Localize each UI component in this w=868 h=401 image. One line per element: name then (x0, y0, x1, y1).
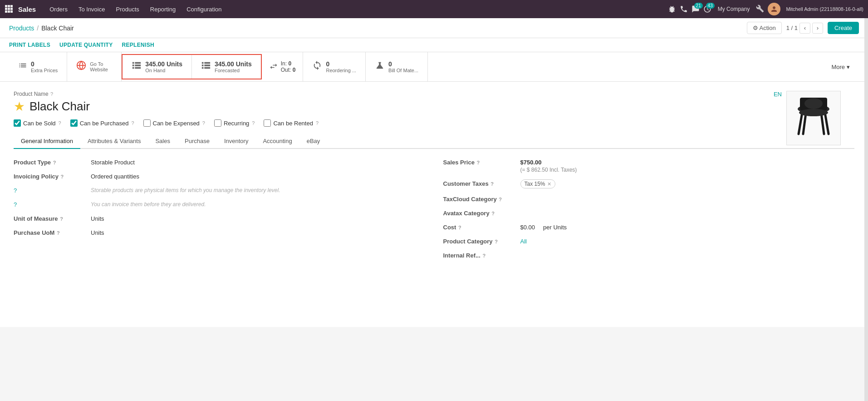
favorite-star-icon[interactable]: ★ (14, 99, 25, 114)
forecasted-button[interactable]: 345.00 Units Forecasted (191, 55, 261, 79)
can-be-expensed-help[interactable]: ? (202, 120, 205, 126)
extra-prices-label: Extra Prices (31, 68, 58, 73)
bom-button[interactable]: 0 Bill Of Mate... (366, 52, 428, 81)
cost-help[interactable]: ? (458, 225, 461, 230)
svg-line-14 (825, 113, 829, 134)
nav-reporting[interactable]: Reporting (146, 4, 180, 15)
go-to-website-button[interactable]: Go ToWebsite (67, 52, 122, 81)
chat-icon[interactable]: 21 (691, 5, 700, 13)
nav-toinvoice[interactable]: To Invoice (74, 4, 110, 15)
uom-help[interactable]: ? (60, 216, 63, 222)
internal-ref-help[interactable]: ? (482, 253, 485, 258)
next-page-button[interactable]: › (812, 23, 823, 34)
product-type-help[interactable]: ? (53, 160, 56, 165)
breadcrumb: Products / Black Chair (9, 25, 74, 32)
grid-icon[interactable] (5, 5, 13, 14)
can-be-sold-checkbox[interactable] (14, 119, 21, 127)
language-badge-area: EN (774, 91, 782, 98)
nav-products[interactable]: Products (111, 4, 143, 15)
product-title: ★ Black Chair (14, 99, 854, 114)
on-hand-label: On Hand (145, 68, 182, 73)
sales-price-value: $750.00 (520, 158, 577, 166)
extra-prices-num: 0 (31, 60, 58, 68)
chat-badge: 21 (694, 3, 703, 9)
tab-ebay[interactable]: eBay (299, 134, 328, 149)
customer-taxes-help[interactable]: ? (490, 181, 494, 187)
note1-text: Storable products are physical items for… (91, 186, 280, 193)
pagination: 1 / 1 ‹ › (786, 23, 823, 34)
tax-remove-button[interactable]: ✕ (547, 181, 551, 187)
action-button[interactable]: ⚙ Action (747, 22, 782, 34)
user-name: Mitchell Admin (22118808-16-0-all) (786, 6, 863, 12)
tax-badge[interactable]: Tax 15% ✕ (520, 179, 555, 188)
clock-icon[interactable]: 43 (703, 5, 711, 13)
can-be-sold-help[interactable]: ? (59, 120, 61, 126)
nav-configuration[interactable]: Configuration (182, 4, 226, 15)
can-be-rented-help[interactable]: ? (316, 120, 319, 126)
purchase-uom-field: Purchase UoM ? Units (14, 228, 425, 236)
cost-per-units: per Units (543, 223, 567, 231)
svg-rect-0 (5, 5, 7, 7)
can-be-purchased-help[interactable]: ? (131, 120, 134, 126)
tab-accounting[interactable]: Accounting (255, 134, 299, 149)
tab-attributes-variants[interactable]: Attributes & Variants (80, 134, 148, 149)
product-content-area: Product Name ? EN (14, 91, 854, 318)
phone-icon[interactable] (680, 5, 688, 13)
svg-rect-7 (8, 10, 10, 13)
product-category-value[interactable]: All (520, 237, 527, 245)
bug-icon[interactable] (668, 5, 676, 13)
svg-rect-2 (10, 5, 13, 7)
print-labels-button[interactable]: PRINT LABELS (9, 42, 50, 48)
update-quantity-button[interactable]: UPDATE QUANTITY (59, 42, 113, 48)
on-hand-forecasted-group[interactable]: 345.00 Units On Hand 345.00 Units Foreca… (122, 54, 261, 79)
in-out-button[interactable]: In: 0 Out: 0 (262, 52, 304, 81)
note2-help-icon[interactable]: ? (14, 200, 86, 208)
app-name[interactable]: Sales (18, 5, 36, 13)
tab-purchase[interactable]: Purchase (177, 134, 217, 149)
extra-prices-button[interactable]: 0 Extra Prices (9, 52, 67, 81)
scrollbar[interactable] (864, 18, 868, 327)
create-button[interactable]: Create (828, 22, 859, 34)
product-name-help[interactable]: ? (50, 91, 53, 97)
breadcrumb-parent[interactable]: Products (9, 25, 34, 32)
sales-price-help[interactable]: ? (477, 160, 480, 165)
can-be-rented-checkbox[interactable] (264, 119, 271, 127)
list-icon (18, 61, 27, 73)
on-hand-button[interactable]: 345.00 Units On Hand (123, 55, 191, 79)
replenish-button[interactable]: REPLENISH (122, 42, 154, 48)
reordering-button[interactable]: 0 Reordering ... (303, 52, 366, 81)
purchase-uom-help[interactable]: ? (57, 230, 60, 236)
avatax-help[interactable]: ? (491, 211, 495, 216)
svg-line-16 (821, 114, 824, 134)
can-be-expensed-checkbox[interactable] (143, 119, 151, 127)
can-be-expensed-field: Can be Expensed ? (143, 119, 205, 127)
product-flags: Can be Sold ? Can be Purchased ? Can be … (14, 119, 854, 127)
cost-label: Cost ? (443, 223, 516, 231)
nav-orders[interactable]: Orders (45, 4, 72, 15)
pagination-text: 1 / 1 (786, 25, 798, 31)
svg-rect-6 (5, 10, 7, 13)
prev-page-button[interactable]: ‹ (799, 23, 810, 34)
in-value: In: 0 (281, 60, 296, 67)
invoicing-policy-help[interactable]: ? (61, 174, 64, 179)
user-avatar[interactable] (768, 3, 780, 15)
more-button[interactable]: More ▾ (822, 52, 859, 81)
uom-field: Unit of Measure ? Units (14, 214, 425, 222)
activity-badge: 43 (706, 3, 715, 9)
tax-badge-text: Tax 15% (525, 181, 545, 187)
recurring-help[interactable]: ? (252, 120, 255, 126)
product-category-help[interactable]: ? (495, 239, 498, 244)
note1-help-icon[interactable]: ? (14, 186, 86, 194)
tab-sales[interactable]: Sales (148, 134, 177, 149)
tab-inventory[interactable]: Inventory (217, 134, 255, 149)
recurring-checkbox[interactable] (214, 119, 221, 127)
can-be-purchased-checkbox[interactable] (70, 119, 78, 127)
product-image[interactable] (786, 91, 841, 145)
taxcloud-label: TaxCloud Category ? (443, 195, 516, 203)
tab-general-information[interactable]: General Information (14, 134, 80, 149)
language-badge[interactable]: EN (774, 91, 782, 98)
taxcloud-help[interactable]: ? (499, 197, 502, 202)
wrench-icon[interactable] (756, 5, 764, 14)
globe-icon (76, 60, 86, 73)
boxes-icon (132, 60, 142, 73)
